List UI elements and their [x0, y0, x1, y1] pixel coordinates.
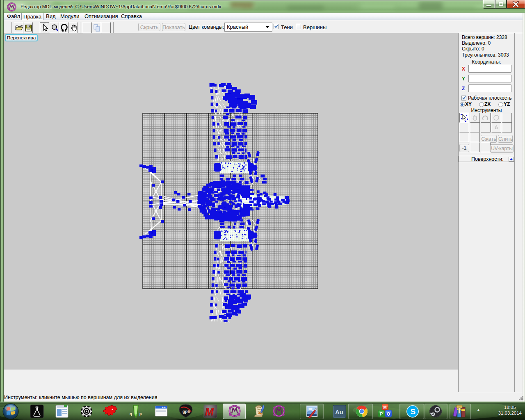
svg-text:q: q — [130, 412, 132, 416]
svg-text:P: P — [380, 412, 383, 416]
svg-text:M: M — [383, 405, 387, 410]
svg-text:M: M — [205, 406, 214, 418]
svg-text:S: S — [411, 407, 416, 416]
svg-text:gp6: gp6 — [183, 409, 190, 414]
svg-text:Au: Au — [335, 409, 343, 415]
svg-text:p: p — [139, 412, 142, 416]
svg-text:Q: Q — [387, 412, 390, 416]
